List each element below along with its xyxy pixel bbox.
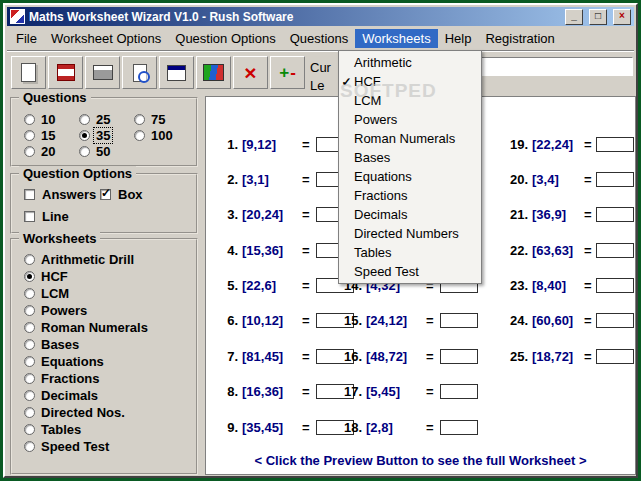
toolbar-button[interactable] bbox=[270, 56, 305, 89]
radio-icon bbox=[79, 146, 90, 157]
checkbox-icon bbox=[24, 211, 35, 222]
menu-item[interactable]: Registration bbox=[478, 29, 561, 48]
equals-sign: = bbox=[426, 313, 436, 328]
toolbar-button[interactable] bbox=[233, 56, 268, 89]
worksheet-type-option[interactable]: Powers bbox=[24, 303, 196, 317]
equals-sign: = bbox=[302, 278, 312, 293]
dropdown-menu-item[interactable]: Speed Test bbox=[339, 262, 481, 281]
dropdown-menu-item[interactable]: Equations bbox=[339, 167, 481, 186]
dropdown-menu-item[interactable]: Powers bbox=[339, 110, 481, 129]
menu-checkmark-icon: ✓ bbox=[339, 75, 354, 89]
option-label: HCF bbox=[39, 269, 70, 284]
worksheet-type-option[interactable]: Decimals bbox=[24, 388, 196, 402]
menu-item[interactable]: Worksheets bbox=[355, 29, 437, 48]
toolbar-button[interactable] bbox=[85, 56, 120, 89]
toolbar-button[interactable] bbox=[122, 56, 157, 89]
answer-box bbox=[440, 313, 478, 328]
question-count-option[interactable]: 100 bbox=[134, 127, 189, 143]
worksheet-type-option[interactable]: Roman Numerals bbox=[24, 320, 196, 334]
worksheet-type-option[interactable]: HCF bbox=[24, 269, 196, 283]
equals-sign: = bbox=[302, 172, 312, 187]
dropdown-menu-item[interactable]: Bases bbox=[339, 148, 481, 167]
worksheet-type-option[interactable]: Tables bbox=[24, 422, 196, 436]
question-row: 23. [8,40] = bbox=[506, 276, 634, 296]
worksheet-type-option[interactable]: Equations bbox=[24, 354, 196, 368]
toolbar-button[interactable] bbox=[48, 56, 83, 89]
dropdown-menu-item[interactable]: Fractions bbox=[339, 186, 481, 205]
menu-item[interactable]: File bbox=[9, 29, 44, 48]
radio-icon bbox=[134, 114, 145, 125]
titlebar[interactable]: Maths Worksheet Wizard V1.0 - Rush Softw… bbox=[7, 7, 634, 26]
toolbar-button[interactable] bbox=[11, 56, 46, 89]
question-option-checkboxes: Answers Box Line bbox=[24, 187, 196, 224]
question-count-option[interactable]: 50 bbox=[79, 143, 134, 159]
menu-item[interactable]: Question Options bbox=[168, 29, 282, 48]
app-window: Maths Worksheet Wizard V1.0 - Rush Softw… bbox=[3, 3, 638, 478]
question-count-option[interactable]: 75 bbox=[134, 111, 189, 127]
worksheets-group: Worksheets Arithmetic Drill HCF LCM Powe… bbox=[10, 238, 198, 475]
option-label: Answers bbox=[40, 187, 98, 202]
worksheet-type-option[interactable]: Bases bbox=[24, 337, 196, 351]
maximize-button[interactable]: □ bbox=[589, 9, 607, 25]
menu-item[interactable]: Worksheet Options bbox=[44, 29, 168, 48]
answer-box bbox=[596, 137, 634, 152]
dropdown-menu-item[interactable]: LCM bbox=[339, 91, 481, 110]
dropdown-menu-item[interactable]: Decimals bbox=[339, 205, 481, 224]
radio-icon bbox=[24, 356, 35, 367]
question-column-1: 1. [9,12] = 2. [3,1] = 3. [20,24] = bbox=[214, 134, 354, 437]
question-pair: [8,40] bbox=[532, 278, 580, 293]
menu-item-label: LCM bbox=[354, 93, 381, 108]
question-count-option[interactable]: 25 bbox=[79, 111, 134, 127]
menu-item-label: Bases bbox=[354, 150, 390, 165]
menu-item-label: Fractions bbox=[354, 188, 407, 203]
question-count-option[interactable]: 20 bbox=[24, 143, 79, 159]
question-number: 16. bbox=[336, 349, 362, 364]
question-pair: [22,6] bbox=[242, 278, 298, 293]
dropdown-menu-item[interactable]: Directed Numbers bbox=[339, 224, 481, 243]
worksheet-type-option[interactable]: Directed Nos. bbox=[24, 405, 196, 419]
dropdown-menu-item[interactable]: Tables bbox=[339, 243, 481, 262]
question-pair: [81,45] bbox=[242, 349, 298, 364]
app-icon bbox=[10, 9, 25, 24]
worksheet-type-option[interactable]: LCM bbox=[24, 286, 196, 300]
question-pair: [2,8] bbox=[366, 420, 422, 435]
option-label: Fractions bbox=[39, 371, 102, 386]
question-count-option[interactable]: 10 bbox=[24, 111, 79, 127]
worksheet-type-option[interactable]: Arithmetic Drill bbox=[24, 252, 196, 266]
question-option-checkbox[interactable]: Box bbox=[100, 187, 176, 202]
question-option-checkbox[interactable]: Line bbox=[24, 209, 100, 224]
answer-box bbox=[596, 313, 634, 328]
toolbar-button[interactable] bbox=[159, 56, 194, 89]
question-number: 8. bbox=[214, 384, 238, 399]
menu-item-label: Arithmetic bbox=[354, 55, 412, 70]
dropdown-menu-item[interactable]: Arithmetic bbox=[339, 53, 481, 72]
equals-sign: = bbox=[302, 137, 312, 152]
answer-box bbox=[596, 349, 634, 364]
close-button[interactable]: × bbox=[613, 9, 631, 25]
equals-sign: = bbox=[426, 420, 436, 435]
radio-icon bbox=[24, 441, 35, 452]
question-pair: [48,72] bbox=[366, 349, 422, 364]
dropdown-menu-item[interactable]: ✓ HCF bbox=[339, 72, 481, 91]
menu-item[interactable]: Questions bbox=[283, 29, 356, 48]
question-row: 20. [3,4] = bbox=[506, 169, 634, 189]
print-preview-icon bbox=[129, 62, 151, 84]
question-option-checkbox[interactable]: Answers bbox=[24, 187, 100, 202]
worksheet-type-option[interactable]: Speed Test bbox=[24, 439, 196, 453]
menu-item[interactable]: Help bbox=[438, 29, 479, 48]
equals-sign: = bbox=[426, 384, 436, 399]
question-count-option[interactable]: 15 bbox=[24, 127, 79, 143]
question-row: 25. [18,72] = bbox=[506, 346, 634, 366]
option-label: Line bbox=[40, 209, 71, 224]
option-label: Box bbox=[116, 187, 145, 202]
toolbar-buttons bbox=[11, 56, 307, 89]
dropdown-menu-item[interactable]: Roman Numerals bbox=[339, 129, 481, 148]
question-count-option[interactable]: 35 bbox=[79, 127, 134, 143]
worksheet-type-option[interactable]: Fractions bbox=[24, 371, 196, 385]
current-worksheet-label: Cur bbox=[310, 60, 331, 75]
option-label: Tables bbox=[39, 422, 83, 437]
toolbar-button[interactable] bbox=[196, 56, 231, 89]
answer-box bbox=[440, 384, 478, 399]
menu-item-label: Equations bbox=[354, 169, 412, 184]
minimize-button[interactable]: _ bbox=[565, 9, 583, 25]
